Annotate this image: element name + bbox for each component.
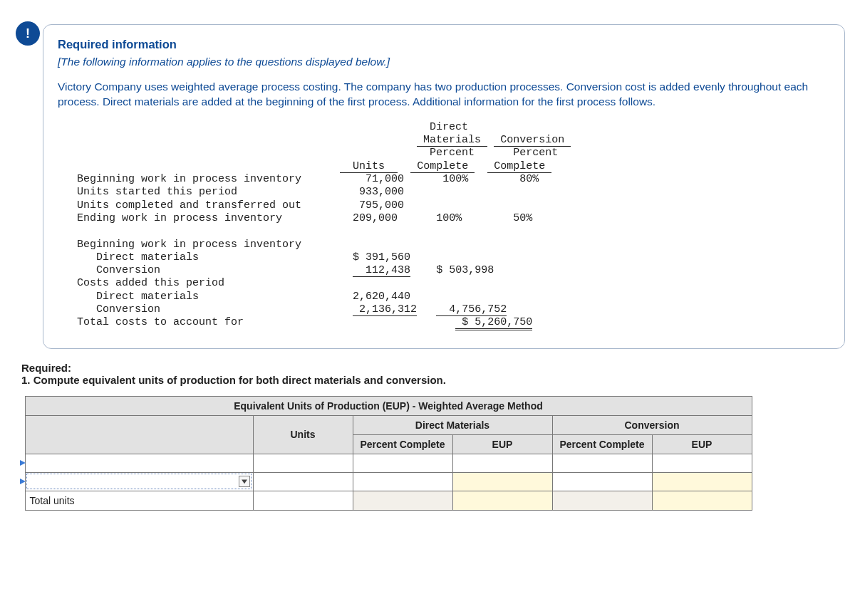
total-units-input[interactable] (253, 491, 353, 510)
total-cv-pct-disabled (552, 491, 652, 510)
exclamation-icon: ! (26, 26, 30, 41)
row2-cv-eup-input[interactable] (652, 472, 752, 491)
requirement-1: 1. Compute equivalent units of productio… (21, 374, 446, 386)
units-data-block: Direct Materials Conversion Percent Perc… (71, 121, 830, 330)
row1-cv-eup-input[interactable] (652, 454, 752, 472)
required-info-heading: Required information (58, 38, 830, 51)
required-section: Required: 1. Compute equivalent units of… (21, 362, 845, 386)
row1-units-input[interactable] (253, 454, 353, 472)
row2-cv-pct-input[interactable] (552, 472, 652, 491)
table-row (21, 472, 752, 491)
dm-eup-header: EUP (452, 434, 552, 454)
problem-statement: Victory Company uses weighted average pr… (58, 80, 830, 110)
total-cv-eup-input[interactable] (652, 491, 752, 510)
row2-dm-eup-input[interactable] (452, 472, 552, 491)
answer-table-wrap: Equivalent Units of Production (EUP) - W… (21, 396, 845, 511)
row2-units-input[interactable] (253, 472, 353, 491)
cv-percent-header: Percent Complete (552, 434, 652, 454)
dm-percent-header: Percent Complete (353, 434, 452, 454)
cv-eup-header: EUP (652, 434, 752, 454)
row1-dm-eup-input[interactable] (452, 454, 552, 472)
table-title: Equivalent Units of Production (EUP) - W… (25, 396, 752, 415)
total-dm-eup-input[interactable] (452, 491, 552, 510)
context-note: [The following information applies to th… (58, 56, 830, 68)
dm-header: Direct Materials (353, 415, 552, 434)
units-header: Units (253, 415, 353, 454)
row-anchor-icon (20, 460, 26, 466)
table-row-total: Total units (21, 491, 752, 510)
eup-table: Equivalent Units of Production (EUP) - W… (21, 396, 752, 511)
row2-label-dropdown[interactable] (25, 472, 253, 491)
cv-header: Conversion (552, 415, 752, 434)
blank-header (25, 415, 253, 454)
row1-label-input[interactable] (25, 454, 253, 472)
row1-dm-pct-input[interactable] (353, 454, 452, 472)
chevron-down-icon[interactable] (239, 476, 250, 487)
info-card: Required information [The following info… (43, 24, 845, 349)
required-label: Required: (21, 362, 71, 374)
total-units-label: Total units (25, 491, 253, 510)
row2-dm-pct-input[interactable] (353, 472, 452, 491)
row1-cv-pct-input[interactable] (552, 454, 652, 472)
table-row (21, 454, 752, 472)
info-badge: ! (16, 21, 40, 46)
total-dm-pct-disabled (353, 491, 452, 510)
